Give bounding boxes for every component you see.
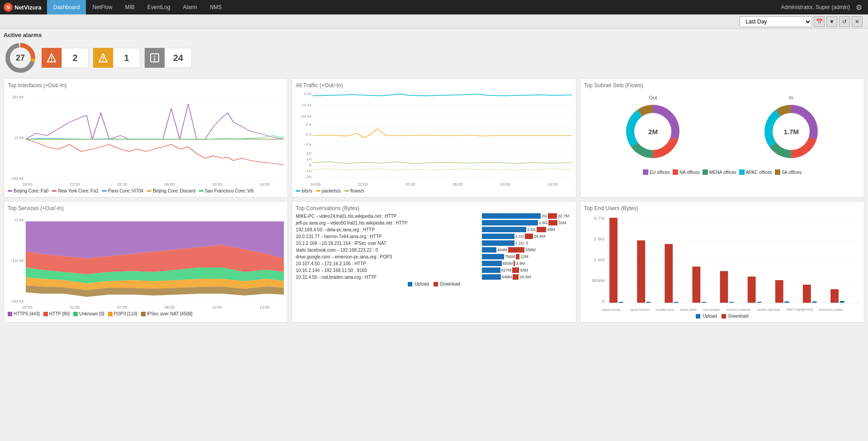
svg-text:-10 M: -10 M — [300, 103, 311, 107]
calendar-icon[interactable]: 📅 — [814, 16, 825, 27]
info-count: 24 — [165, 48, 192, 68]
conv-row-9: 10.16.2.144→192.168.11.50 : 9160 627M 43… — [296, 267, 572, 273]
out-value: 2M — [648, 128, 658, 136]
in-donut-container: In 1.7M — [762, 95, 821, 162]
svg-text:0 M: 0 M — [15, 136, 24, 140]
in-label: In — [762, 95, 821, 100]
top-services-legend: HTTPS [443] HTTP [80] Unknown [0] POP3 [… — [8, 311, 284, 316]
top-interfaces-title: Top Interfaces (+Out/-In) — [8, 82, 284, 89]
top-services-panel: Top Services (+Out/-In) 0 M -10 M -20 M — [4, 201, 288, 323]
all-traffic-chart: 0 M -10 M -20 M 2 k 0 k -2 k — [296, 90, 572, 187]
all-traffic-legend: bits/s packets/s flows/s — [296, 188, 572, 193]
legend-paris-vl704: Paris Core::Vl704 — [102, 188, 143, 193]
user-label: Administrator, Super (admin) — [781, 4, 850, 10]
toolbar: Last Day Last Hour Last Week Last Month … — [0, 14, 868, 29]
dropdown-icon[interactable]: ▼ — [826, 16, 837, 27]
conversations-legend: Upload Download — [296, 281, 572, 286]
eu-label-doreen: doreen.malone — [726, 308, 750, 312]
nav-netflow[interactable]: NetFlow — [86, 0, 118, 14]
svg-text:-10 M: -10 M — [10, 258, 24, 263]
bar-doreen-download — [747, 277, 755, 303]
logo-icon: N — [4, 3, 13, 12]
eu-label-rosalie: rosalie.love — [656, 308, 674, 312]
legend-newyork-fa1: New York Core::Fa1 — [52, 188, 99, 193]
subnet-legend: EU offices NA offices MENA offices APAC … — [584, 169, 860, 175]
svg-text:0 M: 0 M — [304, 92, 312, 96]
info-icon — [145, 48, 165, 68]
conv-row-7: drive.google.com→emerson-pc.iana.org : P… — [296, 254, 572, 259]
svg-text:-20 M: -20 M — [10, 299, 24, 304]
conversations-list: MIKE-PC→video24.fra01.hls.wikipedia.net … — [296, 213, 572, 280]
top-conversations-title: Top Conversations (Bytes) — [296, 205, 572, 211]
panels-row-1: Top Interfaces (+Out/-In) 20 M 0 M -20 M — [4, 78, 864, 197]
legend-beijing-discard: Beijing Core::Discard — [147, 188, 195, 193]
svg-text:2.8G: 2.8G — [594, 237, 605, 241]
conv-row-6: static.facebook.com→192.168.223.22 : 0 4… — [296, 247, 572, 253]
eu-label-elijah: elijah.vogelgesang — [787, 308, 813, 312]
end-users-chart: 3.7G 2.8G 1.9G 954M 0 — [584, 213, 860, 312]
top-subnet-sets-title: Top Subnet Sets (Flows) — [584, 82, 860, 89]
active-alarms-section: Active alarms 27 — [4, 32, 864, 75]
eu-label-jarvil: jarvil.herron — [631, 308, 650, 312]
nav-dashboard[interactable]: Dashboard — [47, 0, 86, 14]
alarms-total: 27 — [16, 53, 25, 63]
x-label-22: 22:00 — [70, 182, 80, 187]
svg-point-6 — [51, 60, 52, 61]
svg-text:0: 0 — [602, 299, 605, 304]
conv-row-1: MIKE-PC→video24.fra01.hls.wikipedia.net … — [296, 213, 572, 219]
bar-doreen-upload — [757, 302, 761, 303]
svg-text:10: 10 — [307, 157, 311, 161]
top-interfaces-panel: Top Interfaces (+Out/-In) 20 M 0 M -20 M — [4, 78, 288, 197]
top-services-chart: 0 M -10 M -20 M — [8, 213, 284, 310]
top-subnet-sets-panel: Top Subnet Sets (Flows) Out — [580, 78, 864, 197]
svg-text:-2 k: -2 k — [304, 142, 312, 146]
eu-label-reubin: reubin.darnold — [757, 308, 780, 312]
bar-elijah-download — [803, 285, 811, 303]
period-select[interactable]: Last Day Last Hour Last Week Last Month — [740, 16, 812, 27]
svg-text:-20: -20 — [305, 175, 311, 179]
warning-count: 1 — [113, 48, 140, 68]
subnet-donuts: Out — [584, 90, 860, 167]
svg-text:2 k: 2 k — [306, 122, 312, 127]
toolbar-controls: Last Day Last Hour Last Week Last Month … — [740, 16, 863, 27]
bar-jarvil-upload — [646, 302, 651, 303]
eu-label-delia: delia.willis — [680, 308, 697, 312]
nav-nms[interactable]: NMS — [203, 0, 228, 14]
bar-rosalie-upload — [674, 302, 678, 303]
svg-text:-20 M: -20 M — [10, 176, 24, 181]
bar-delia-download — [692, 267, 700, 303]
svg-text:20: 20 — [307, 151, 311, 155]
warning-alarm-badge: 1 — [93, 48, 140, 68]
bar-emerson-upload — [840, 301, 844, 303]
eu-label-emerson: emerson.statia — [819, 308, 842, 312]
bar-nat-upload — [729, 302, 734, 303]
bar-elijah-upload — [812, 301, 816, 303]
x-label-18: 18:00 — [22, 182, 33, 187]
legend-sf-vi6: San Francisco Core::Vi6 — [199, 188, 254, 193]
info-alarm-badge: 24 — [145, 48, 192, 68]
nav-eventlog[interactable]: EventLog — [141, 0, 177, 14]
close-toolbar-icon[interactable]: ✕ — [852, 16, 863, 27]
top-interfaces-legend: Beijing Core::Fa0 New York Core::Fa1 Par… — [8, 188, 284, 193]
x-label-10: 10:00 — [212, 182, 222, 187]
bar-reubin-upload — [784, 301, 789, 303]
settings-icon[interactable]: ⚙ — [854, 2, 864, 13]
svg-text:0 k: 0 k — [306, 132, 312, 136]
bar-jarvil-download — [637, 240, 645, 303]
main-content: Active alarms 27 — [0, 29, 868, 325]
eu-label-nat: nat.braden — [703, 308, 720, 312]
out-label: Out — [623, 95, 682, 100]
refresh-icon[interactable]: ↺ — [839, 16, 850, 27]
critical-alarm-badge: 2 — [42, 48, 89, 68]
all-traffic-title: All Traffic (+Out/-In) — [296, 82, 572, 89]
nav-alarm[interactable]: Alarm — [177, 0, 203, 14]
svg-text:-20 M: -20 M — [300, 114, 311, 118]
bar-reubin-download — [775, 280, 783, 303]
alarms-row: 27 2 1 24 — [4, 41, 864, 75]
nav-mib[interactable]: MIB — [118, 0, 141, 14]
svg-text:20 M: 20 M — [12, 95, 24, 99]
critical-count: 2 — [61, 48, 89, 68]
top-interfaces-chart: 20 M 0 M -20 M — [8, 90, 284, 187]
svg-text:1.9G: 1.9G — [594, 258, 605, 262]
x-label-06: 06:00 — [165, 182, 175, 187]
